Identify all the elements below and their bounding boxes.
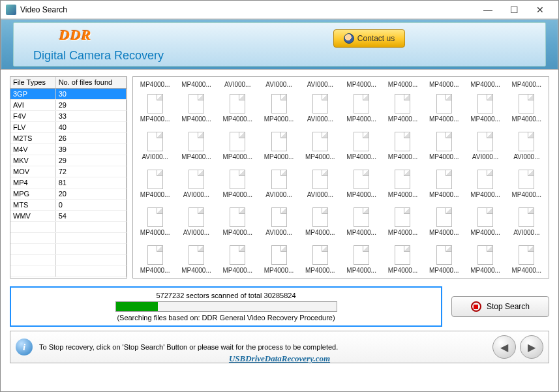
table-row[interactable]: 3GP30 xyxy=(10,88,127,99)
file-item[interactable]: MP4000... xyxy=(217,129,258,166)
file-item[interactable]: MP4000... xyxy=(134,91,175,128)
file-item[interactable]: MP4000... xyxy=(258,243,299,279)
file-label: AVI000... xyxy=(224,81,250,88)
file-label: MP4000... xyxy=(140,267,170,274)
file-item[interactable]: MP4000... xyxy=(340,243,382,279)
file-item[interactable]: MP4000... xyxy=(423,129,464,166)
file-icon xyxy=(354,207,369,227)
file-label: MP4000... xyxy=(512,115,542,123)
file-label: MP4000... xyxy=(388,229,418,236)
file-item[interactable]: MP4000... xyxy=(217,91,258,128)
file-item[interactable]: AVI000... xyxy=(299,91,340,128)
file-item[interactable]: MP4000... xyxy=(175,129,217,166)
table-row[interactable]: WMV54 xyxy=(10,210,127,221)
file-label: MP4000... xyxy=(140,229,170,236)
file-item[interactable]: MP4000... xyxy=(134,205,175,241)
file-item[interactable]: AVI000... xyxy=(299,167,340,204)
file-item[interactable]: AVI000... xyxy=(464,129,506,166)
table-row[interactable]: M2TS26 xyxy=(10,132,127,143)
file-label: MP4000... xyxy=(388,81,418,88)
file-item[interactable]: MP4000... xyxy=(217,167,258,204)
file-item[interactable]: MP4000... xyxy=(423,243,464,279)
file-label: AVI000... xyxy=(472,153,498,160)
file-icon xyxy=(395,207,410,227)
minimize-button[interactable]: — xyxy=(475,1,501,18)
table-row[interactable]: MP481 xyxy=(10,177,127,188)
file-item[interactable]: MP4000... xyxy=(340,205,382,241)
file-item[interactable]: MP4000... xyxy=(382,167,423,204)
file-item[interactable]: MP4000... xyxy=(340,129,382,166)
file-item[interactable]: MP4000... xyxy=(506,243,547,279)
header-banner: DDR Digital Camera Recovery Contact us xyxy=(1,19,558,70)
file-icon xyxy=(230,94,245,113)
file-item[interactable]: MP4000... xyxy=(134,243,175,279)
file-item[interactable]: MP4000... xyxy=(464,167,506,204)
file-icon xyxy=(147,170,163,189)
stop-search-button[interactable]: Stop Search xyxy=(451,296,549,317)
table-row[interactable]: MPG20 xyxy=(10,188,127,199)
file-item[interactable]: MP4000... xyxy=(299,243,340,279)
table-row[interactable]: F4V33 xyxy=(10,110,127,121)
progress-box: 5727232 sectors scanned of total 3028582… xyxy=(10,286,442,327)
files-panel[interactable]: MP4000...MP4000...AVI000...AVI000...AVI0… xyxy=(132,76,549,279)
file-label: MP4000... xyxy=(264,153,294,160)
file-item[interactable]: AVI000... xyxy=(258,167,299,204)
file-item[interactable]: MP4000... xyxy=(506,167,547,204)
contact-button[interactable]: Contact us xyxy=(333,29,405,48)
file-item[interactable]: MP4000... xyxy=(423,205,464,241)
file-icon xyxy=(436,245,452,265)
file-icon xyxy=(395,245,410,265)
file-icon xyxy=(271,132,287,151)
file-icon xyxy=(395,94,410,113)
file-item[interactable]: MP4000... xyxy=(299,129,340,166)
file-item[interactable]: AVI000... xyxy=(175,167,217,204)
file-item[interactable]: MP4000... xyxy=(340,91,382,128)
file-label: MP4000... xyxy=(181,267,211,274)
col-filetype[interactable]: File Types xyxy=(10,77,55,88)
file-label: AVI000... xyxy=(513,229,539,236)
file-item[interactable]: MP4000... xyxy=(382,129,423,166)
file-item[interactable]: AVI000... xyxy=(175,205,217,241)
file-item[interactable]: MP4000... xyxy=(506,91,547,128)
file-item[interactable]: MP4000... xyxy=(258,129,299,166)
col-count[interactable]: No. of files found xyxy=(55,77,126,88)
file-item[interactable]: MP4000... xyxy=(299,205,340,241)
file-item[interactable]: MP4000... xyxy=(382,91,423,128)
file-icon xyxy=(436,132,452,151)
file-item[interactable]: AVI000... xyxy=(506,205,547,241)
filetype-table[interactable]: File Types No. of files found 3GP30AVI29… xyxy=(10,76,127,279)
file-icon xyxy=(519,207,534,227)
file-item[interactable]: MP4000... xyxy=(134,167,175,204)
file-item[interactable]: AVI000... xyxy=(134,129,175,166)
file-item[interactable]: MP4000... xyxy=(217,205,258,241)
table-row[interactable]: MKV29 xyxy=(10,155,127,166)
file-item[interactable]: MP4000... xyxy=(423,167,464,204)
file-item[interactable]: MP4000... xyxy=(464,243,506,279)
file-label: MP4000... xyxy=(388,115,418,123)
file-item[interactable]: MP4000... xyxy=(464,205,506,241)
table-row[interactable]: MTS0 xyxy=(10,199,127,210)
file-item[interactable]: MP4000... xyxy=(217,243,258,279)
file-item[interactable]: MP4000... xyxy=(175,243,217,279)
file-item[interactable]: AVI000... xyxy=(506,129,547,166)
file-label: MP4000... xyxy=(305,229,335,236)
table-row[interactable]: MOV72 xyxy=(10,166,127,177)
progress-fill xyxy=(116,302,158,311)
table-row[interactable]: FLV40 xyxy=(10,121,127,132)
table-row[interactable]: M4V39 xyxy=(10,143,127,155)
file-item[interactable]: MP4000... xyxy=(423,91,464,128)
file-item[interactable]: MP4000... xyxy=(382,243,423,279)
maximize-button[interactable]: ☐ xyxy=(501,1,527,18)
footer-url[interactable]: USBDriveDataRecovery.com xyxy=(229,354,330,364)
file-item[interactable]: MP4000... xyxy=(175,91,217,128)
back-button[interactable]: ◀ xyxy=(492,335,516,359)
file-item[interactable]: MP4000... xyxy=(340,167,382,204)
close-button[interactable]: ✕ xyxy=(527,1,553,18)
file-item[interactable]: MP4000... xyxy=(382,205,423,241)
file-item[interactable]: MP4000... xyxy=(464,91,506,128)
file-item[interactable]: MP4000... xyxy=(258,91,299,128)
forward-button[interactable]: ▶ xyxy=(520,335,543,359)
file-icon xyxy=(477,132,493,151)
table-row[interactable]: AVI29 xyxy=(10,99,127,110)
file-item[interactable]: AVI000... xyxy=(258,205,299,241)
